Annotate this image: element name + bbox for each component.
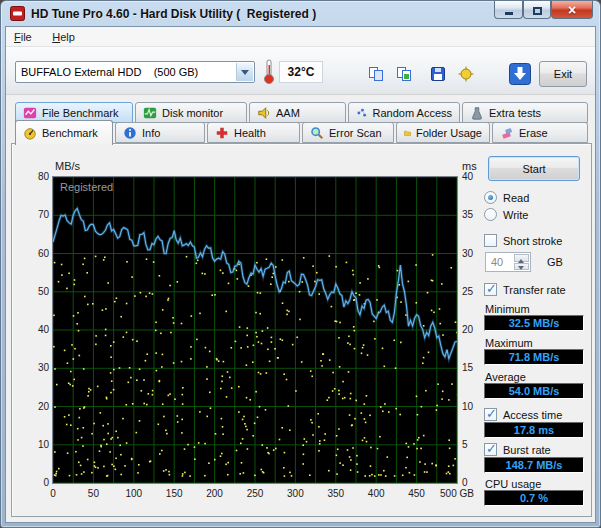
disk-monitor-icon xyxy=(143,106,157,120)
tab-label: Extra tests xyxy=(489,107,541,119)
download-arrow-icon xyxy=(509,63,531,85)
transfer-rate-label: Transfer rate xyxy=(503,284,566,296)
chevron-down-icon xyxy=(241,70,249,79)
file-benchmark-icon xyxy=(23,106,37,120)
spinner-buttons xyxy=(514,254,529,270)
app-icon xyxy=(10,6,25,21)
right-axis-unit: ms xyxy=(462,160,477,172)
tab-random-access[interactable]: Random Access xyxy=(348,102,460,123)
tab-disk-monitor[interactable]: Disk monitor xyxy=(135,102,247,123)
tab-health[interactable]: Health xyxy=(207,122,300,143)
magnifier-icon xyxy=(310,126,324,140)
extra-tests-icon xyxy=(470,106,484,120)
radio-unselected-icon xyxy=(484,208,497,221)
copy-pages-icon xyxy=(368,66,384,82)
health-cross-icon xyxy=(215,126,229,140)
speaker-icon xyxy=(257,106,271,120)
tab-label: Error Scan xyxy=(329,127,382,139)
burst-rate-value: 148.7 MB/s xyxy=(484,457,584,473)
drive-select-dropdown-button[interactable] xyxy=(236,63,253,81)
menu-bar: File Help xyxy=(6,27,595,47)
checkbox-checked-icon xyxy=(484,443,497,456)
burst-rate-label: Burst rate xyxy=(503,444,551,456)
maximum-label: Maximum xyxy=(485,337,533,349)
capture-icon xyxy=(458,66,474,82)
exit-button[interactable]: Exit xyxy=(539,61,587,87)
copy-text-button[interactable] xyxy=(363,61,389,87)
spinner-down-button[interactable] xyxy=(514,263,529,271)
checkbox-checked-icon xyxy=(484,408,497,421)
benchmark-gauge-icon xyxy=(23,126,37,140)
start-button[interactable]: Start xyxy=(488,156,580,181)
tab-label: AAM xyxy=(276,107,300,119)
floppy-disk-icon xyxy=(430,66,446,82)
access-time-value: 17.8 ms xyxy=(484,422,584,438)
tab-info[interactable]: Info xyxy=(115,122,205,143)
registered-watermark: Registered xyxy=(60,181,113,193)
tab-label: File Benchmark xyxy=(42,107,118,119)
tab-label: Random Access xyxy=(373,107,452,119)
read-label: Read xyxy=(503,192,529,204)
close-button[interactable]: × xyxy=(551,1,593,19)
burst-rate-checkbox[interactable]: Burst rate xyxy=(484,443,551,456)
update-button[interactable] xyxy=(507,61,533,87)
temperature-value: 32°C xyxy=(279,61,323,83)
drive-select-value: BUFFALO External HDD (500 GB) xyxy=(21,66,198,78)
app-window: HD Tune Pro 4.60 - Hard Disk Utility ( R… xyxy=(0,0,601,528)
tab-label: Erase xyxy=(519,127,548,139)
maximize-icon xyxy=(533,7,542,15)
gb-unit-label: GB xyxy=(547,256,563,268)
tab-error-scan[interactable]: Error Scan xyxy=(302,122,394,143)
tab-benchmark[interactable]: Benchmark xyxy=(15,120,113,145)
short-stroke-spinner[interactable]: 40 xyxy=(485,252,531,272)
save-button[interactable] xyxy=(425,61,451,87)
spinner-up-button[interactable] xyxy=(514,254,529,262)
copy-image-button[interactable] xyxy=(391,61,417,87)
minimize-icon xyxy=(505,12,513,15)
maximize-button[interactable] xyxy=(523,1,551,19)
chart-plot xyxy=(53,177,457,483)
short-stroke-checkbox[interactable]: Short stroke xyxy=(484,234,562,247)
tab-aam[interactable]: AAM xyxy=(249,102,346,123)
menu-file[interactable]: File xyxy=(6,28,40,46)
access-time-label: Access time xyxy=(503,409,562,421)
tab-erase[interactable]: Erase xyxy=(492,122,588,143)
drive-select-combobox[interactable]: BUFFALO External HDD (500 GB) xyxy=(15,61,255,83)
average-label: Average xyxy=(485,371,526,383)
info-icon xyxy=(123,126,137,140)
short-stroke-label: Short stroke xyxy=(503,235,562,247)
minimum-value: 32.5 MB/s xyxy=(484,315,584,331)
tab-label: Folder Usage xyxy=(416,127,482,139)
left-axis-unit: MB/s xyxy=(55,160,80,172)
maximum-value: 71.8 MB/s xyxy=(484,349,584,365)
radio-selected-icon xyxy=(484,191,497,204)
tab-label: Info xyxy=(142,127,160,139)
minimize-button[interactable] xyxy=(494,1,523,19)
eraser-icon xyxy=(500,126,514,140)
tab-extra-tests[interactable]: Extra tests xyxy=(462,102,588,123)
cpu-usage-value: 0.7 % xyxy=(484,490,584,506)
screenshot-button[interactable] xyxy=(453,61,479,87)
cpu-usage-label: CPU usage xyxy=(485,478,541,490)
read-radio[interactable]: Read xyxy=(484,191,529,204)
minimum-label: Minimum xyxy=(485,303,530,315)
tab-folder-usage[interactable]: Folder Usage xyxy=(396,122,490,143)
thermometer-icon xyxy=(263,58,275,85)
tab-label: Benchmark xyxy=(42,127,98,139)
access-time-checkbox[interactable]: Access time xyxy=(484,408,562,421)
checkbox-checked-icon xyxy=(484,283,497,296)
window-title: HD Tune Pro 4.60 - Hard Disk Utility ( R… xyxy=(31,7,316,21)
folder-icon xyxy=(404,126,411,140)
copy-image-icon xyxy=(396,66,412,82)
transfer-rate-checkbox[interactable]: Transfer rate xyxy=(484,283,566,296)
benchmark-chart xyxy=(52,176,458,484)
tab-label: Disk monitor xyxy=(162,107,223,119)
checkbox-unchecked-icon xyxy=(484,234,497,247)
close-icon: × xyxy=(568,3,576,17)
tab-label: Health xyxy=(234,127,266,139)
menu-help[interactable]: Help xyxy=(44,28,83,46)
write-label: Write xyxy=(503,209,528,221)
write-radio[interactable]: Write xyxy=(484,208,528,221)
average-value: 54.0 MB/s xyxy=(484,383,584,399)
spinner-value: 40 xyxy=(491,256,503,268)
